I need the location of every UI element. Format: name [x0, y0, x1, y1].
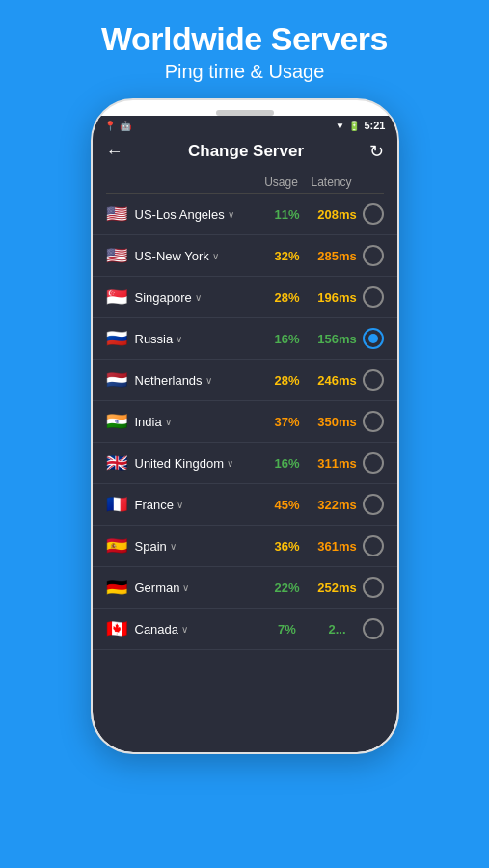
server-row[interactable]: 🇸🇬 Singapore ∨ 28% 196ms — [93, 277, 397, 318]
refresh-button[interactable]: ↻ — [369, 141, 384, 162]
server-name: India ∨ — [135, 415, 262, 429]
server-latency: 246ms — [312, 373, 363, 388]
chevron-down-icon: ∨ — [228, 209, 234, 220]
chevron-down-icon: ∨ — [165, 417, 172, 427]
server-usage: 36% — [262, 539, 312, 554]
server-latency: 2... — [312, 622, 363, 637]
server-row[interactable]: 🇺🇸 US-New York ∨ 32% 285ms — [93, 235, 397, 277]
radio-button[interactable] — [363, 411, 384, 432]
server-usage: 11% — [262, 207, 312, 222]
chevron-down-icon: ∨ — [177, 500, 183, 510]
status-bar: 📍 🤖 ▼ 🔋 5:21 — [93, 116, 397, 133]
server-latency: 208ms — [312, 207, 363, 222]
radio-column-header — [357, 176, 384, 189]
server-list[interactable]: 🇺🇸 US-Los Angeles ∨ 11% 208ms 🇺🇸 US-New … — [93, 194, 397, 752]
server-usage: 45% — [262, 498, 312, 512]
status-time: 5:21 — [364, 120, 385, 131]
server-row[interactable]: 🇬🇧 United Kingdom ∨ 16% 311ms — [93, 443, 397, 484]
android-icon: 🤖 — [120, 121, 131, 131]
radio-button[interactable] — [363, 494, 384, 515]
chevron-down-icon: ∨ — [181, 624, 188, 635]
server-name: Spain ∨ — [135, 539, 262, 554]
server-row[interactable]: 🇨🇦 Canada ∨ 7% 2... — [93, 609, 397, 650]
usage-column-header: Usage — [257, 176, 307, 189]
server-latency: 322ms — [312, 498, 363, 512]
server-flag: 🇫🇷 — [106, 494, 127, 515]
chevron-down-icon: ∨ — [212, 251, 219, 261]
server-flag: 🇨🇦 — [106, 618, 127, 639]
nav-title: Change Server — [188, 142, 304, 161]
chevron-down-icon: ∨ — [205, 375, 212, 386]
server-row[interactable]: 🇪🇸 Spain ∨ 36% 361ms — [93, 526, 397, 567]
server-flag: 🇳🇱 — [106, 369, 127, 391]
radio-button[interactable] — [363, 535, 384, 556]
pin-icon: 📍 — [104, 121, 116, 131]
chevron-down-icon: ∨ — [170, 541, 177, 552]
server-flag: 🇪🇸 — [106, 535, 127, 556]
phone-screen: 📍 🤖 ▼ 🔋 5:21 ← Change Server ↻ Usage Lat… — [93, 116, 397, 752]
server-flag: 🇩🇪 — [106, 577, 127, 598]
server-name: US-Los Angeles ∨ — [135, 207, 262, 222]
server-name: US-New York ∨ — [135, 249, 262, 263]
latency-column-header: Latency — [307, 176, 357, 189]
server-usage: 16% — [262, 332, 312, 346]
radio-button[interactable] — [363, 328, 384, 349]
status-right: ▼ 🔋 5:21 — [336, 120, 386, 131]
main-title: Worldwide Servers — [101, 21, 388, 57]
phone-notch — [93, 100, 397, 116]
column-headers: Usage Latency — [93, 170, 397, 193]
server-usage: 28% — [262, 373, 312, 388]
server-flag: 🇺🇸 — [106, 203, 127, 225]
server-latency: 156ms — [312, 332, 363, 346]
phone-frame: 📍 🤖 ▼ 🔋 5:21 ← Change Server ↻ Usage Lat… — [91, 98, 399, 754]
server-name: German ∨ — [135, 581, 262, 595]
radio-button[interactable] — [363, 618, 384, 639]
nav-bar: ← Change Server ↻ — [93, 133, 397, 170]
radio-button[interactable] — [363, 245, 384, 266]
back-button[interactable]: ← — [106, 142, 123, 162]
chevron-down-icon: ∨ — [227, 458, 233, 469]
server-usage: 7% — [262, 622, 312, 637]
server-latency: 311ms — [312, 456, 363, 471]
radio-button[interactable] — [363, 369, 384, 391]
server-latency: 252ms — [312, 581, 363, 595]
server-name: Russia ∨ — [135, 332, 262, 346]
server-usage: 28% — [262, 290, 312, 305]
server-name: Netherlands ∨ — [135, 373, 262, 388]
radio-inner — [368, 334, 378, 343]
server-latency: 196ms — [312, 290, 363, 305]
server-flag: 🇷🇺 — [106, 328, 127, 349]
wifi-icon: ▼ — [336, 121, 345, 131]
server-name: Singapore ∨ — [135, 290, 262, 305]
battery-icon: 🔋 — [348, 121, 360, 131]
chevron-down-icon: ∨ — [176, 334, 182, 344]
server-flag: 🇸🇬 — [106, 286, 127, 308]
server-name: United Kingdom ∨ — [135, 456, 262, 471]
server-latency: 350ms — [312, 415, 363, 429]
server-usage: 37% — [262, 415, 312, 429]
server-row[interactable]: 🇺🇸 US-Los Angeles ∨ 11% 208ms — [93, 194, 397, 235]
server-usage: 16% — [262, 456, 312, 471]
server-row[interactable]: 🇷🇺 Russia ∨ 16% 156ms — [93, 318, 397, 360]
server-latency: 361ms — [312, 539, 363, 554]
chevron-down-icon: ∨ — [195, 292, 202, 303]
server-flag: 🇬🇧 — [106, 452, 127, 474]
server-usage: 22% — [262, 581, 312, 595]
server-row[interactable]: 🇳🇱 Netherlands ∨ 28% 246ms — [93, 360, 397, 401]
server-usage: 32% — [262, 249, 312, 263]
radio-button[interactable] — [363, 286, 384, 308]
chevron-down-icon: ∨ — [182, 583, 189, 593]
server-row[interactable]: 🇩🇪 German ∨ 22% 252ms — [93, 567, 397, 609]
server-latency: 285ms — [312, 249, 363, 263]
server-flag: 🇺🇸 — [106, 245, 127, 266]
header-section: Worldwide Servers Ping time & Usage — [82, 0, 407, 98]
server-row[interactable]: 🇫🇷 France ∨ 45% 322ms — [93, 484, 397, 526]
radio-button[interactable] — [363, 203, 384, 225]
radio-button[interactable] — [363, 452, 384, 474]
status-left: 📍 🤖 — [104, 121, 131, 131]
server-flag: 🇮🇳 — [106, 411, 127, 432]
sub-title: Ping time & Usage — [101, 61, 388, 83]
radio-button[interactable] — [363, 577, 384, 598]
server-row[interactable]: 🇮🇳 India ∨ 37% 350ms — [93, 401, 397, 443]
server-name: France ∨ — [135, 498, 262, 512]
